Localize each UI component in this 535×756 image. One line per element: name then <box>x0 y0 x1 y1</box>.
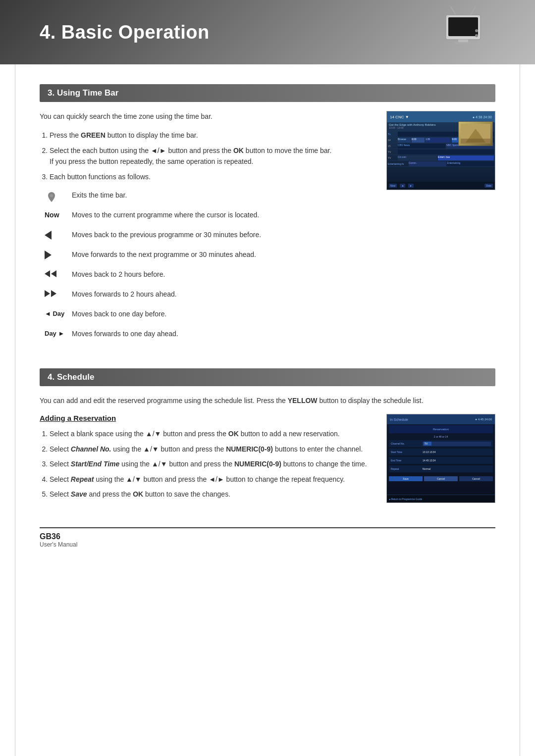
ss-grid-row-5: TV Cit com Entert. bas <box>387 155 495 161</box>
timebar-item-day-back: ◄ Day Moves back to one day before. <box>45 309 374 324</box>
ss-channel-subinfo: 13:00 - 13:00 <box>389 126 403 129</box>
day-fwd-description: Moves forwards to one day ahead. <box>72 329 374 339</box>
timebar-step-1: Press the GREEN button to display the ti… <box>50 130 374 141</box>
ss-schedule-footer: ● Return to Programme Guide <box>387 495 495 503</box>
double-right-triangle-1 <box>45 290 50 297</box>
now-description: Moves to the current programme where the… <box>72 210 374 220</box>
now-icon: Now <box>45 210 72 219</box>
ss-save-button: Save <box>389 476 423 481</box>
back-2h-icon <box>45 269 72 277</box>
schedule-steps-list: Select a blank space using the ▲/▼ butto… <box>50 428 374 500</box>
adding-reservation-title: Adding a Reservation <box>40 414 374 422</box>
svg-rect-12 <box>461 139 490 144</box>
svg-rect-3 <box>455 42 472 44</box>
ss-reservation-label: Reservation <box>433 428 449 431</box>
day-back-icon: ◄ Day <box>45 309 72 317</box>
timebar-step-2: Select the each button using the ◄/► but… <box>50 145 374 167</box>
timebar-steps-list: Press the GREEN button to display the ti… <box>50 130 374 182</box>
tv-icon <box>441 5 485 45</box>
ss-channel-no-value: TV <box>423 442 491 446</box>
page-footer: GB36 User's Manual <box>40 527 495 548</box>
ss-timebar-header: 14 CNC ▼ ● 4:38 24:00 <box>387 111 495 122</box>
schedule-left-col: Adding a Reservation Select a blank spac… <box>40 414 374 507</box>
ss-form-channel: Channel No. TV <box>389 440 493 447</box>
timebar-items-list: Exits the time bar. Now Moves to the cur… <box>45 190 374 344</box>
left-triangle-icon <box>45 231 52 240</box>
schedule-step-1: Select a blank space using the ▲/▼ butto… <box>50 428 374 439</box>
ss-form-start-time: Start Time 13:13 13:34 <box>389 449 493 455</box>
ss-btn-back: ◄ <box>400 184 405 188</box>
fwd-30-icon <box>45 250 72 259</box>
svg-text:TV: TV <box>425 442 428 445</box>
timebar-section-header: 3. Using Time Bar <box>40 84 495 102</box>
timebar-item-back-30: Moves back to the previous programme or … <box>45 230 374 245</box>
timebar-item-fwd-30: Move forwards to the next programme or 3… <box>45 250 374 264</box>
svg-line-5 <box>471 6 476 15</box>
ss-start-time-value: 13:13 13:34 <box>423 451 491 454</box>
left-margin-line <box>15 0 15 756</box>
timebar-step-3: Each button functions as follows. <box>50 171 374 182</box>
footer-label: GB36 <box>40 532 495 541</box>
schedule-intro: You can add and edit the reserved progra… <box>40 395 495 406</box>
section-schedule: 4. Schedule You can add and edit the res… <box>40 368 495 507</box>
svg-rect-2 <box>458 40 468 42</box>
timebar-item-day-fwd: Day ► Moves forwards to one day ahead. <box>45 329 374 344</box>
ss-form-repeat: Repeat Normal <box>389 465 493 472</box>
day-back-description: Moves back to one day before. <box>72 309 374 319</box>
timebar-item-back-2h: Moves back to 2 hours before. <box>45 269 374 284</box>
double-right-triangle-2 <box>51 290 56 297</box>
ss-end-time-value: 14:45 13:34 <box>423 459 491 462</box>
section-timebar: 3. Using Time Bar You can quickly search… <box>40 84 495 349</box>
ss-channel-text: 14 CNC ▼ <box>390 115 409 119</box>
back-2h-description: Moves back to 2 hours before. <box>72 269 374 280</box>
schedule-screenshot: In Schedule ● 4:45 24:00 Reservation 2 o… <box>386 414 495 503</box>
page-title: 4. Basic Operation <box>40 22 210 43</box>
fwd-30-description: Move forwards to the next programme or 3… <box>72 250 374 260</box>
timebar-left-col: You can quickly search the time zone usi… <box>40 111 374 349</box>
right-margin-line <box>520 0 520 756</box>
ss-channel-row: 2 or 48 or 14 <box>387 434 495 439</box>
right-triangle-icon <box>45 251 52 259</box>
timebar-screenshot-col: 14 CNC ▼ ● 4:38 24:00 Get the Edge with … <box>386 111 495 190</box>
timebar-header-text: 3. Using Time Bar <box>48 88 118 98</box>
double-left-triangle-2 <box>51 270 56 277</box>
ss-btn-now: Now <box>389 184 397 188</box>
svg-rect-1 <box>448 17 478 36</box>
schedule-header-text: 4. Schedule <box>48 372 94 382</box>
schedule-content: Adding a Reservation Select a blank spac… <box>40 414 495 507</box>
schedule-step-5: Select Save and press the OK button to s… <box>50 489 374 500</box>
timebar-content: You can quickly search the time zone usi… <box>40 111 495 349</box>
ss-schedule-inner: In Schedule ● 4:45 24:00 Reservation 2 o… <box>387 414 495 503</box>
ss-channel-no-label: Channel No. <box>391 442 421 445</box>
ss-action-buttons: Save Cancel Cancel <box>387 474 495 483</box>
timebar-screenshot: 14 CNC ▼ ● 4:38 24:00 Get the Edge with … <box>386 111 495 190</box>
timebar-intro: You can quickly search the time zone usi… <box>40 111 374 122</box>
ss-schedule-topbar: In Schedule ● 4:45 24:00 <box>387 414 495 424</box>
schedule-section-header: 4. Schedule <box>40 368 495 386</box>
timebar-item-fwd-2h: Moves forwards to 2 hours ahead. <box>45 289 374 304</box>
ss-timebar-inner: 14 CNC ▼ ● 4:38 24:00 Get the Edge with … <box>387 111 495 190</box>
ss-landscape-image <box>461 124 490 144</box>
svg-point-7 <box>475 34 478 37</box>
ss-schedule-time: ● 4:45 24:00 <box>475 418 492 421</box>
ss-repeat-value: Normal <box>423 467 491 470</box>
timebar-item-now: Now Moves to the current programme where… <box>45 210 374 225</box>
ss-end-time-label: End Time <box>391 459 421 462</box>
ss-timebar-bottom: Now ◄ ► Date <box>387 182 495 190</box>
day-fwd-icon: Day ► <box>45 329 72 337</box>
back-30-icon <box>45 230 72 240</box>
ss-channel-icon: TV <box>424 442 431 446</box>
exit-description: Exits the time bar. <box>72 190 374 201</box>
ss-btn-fwd: ► <box>408 184 414 188</box>
back-30-description: Moves back to the previous programme or … <box>72 230 374 240</box>
ss-form-end-time: End Time 14:45 13:34 <box>389 457 493 464</box>
schedule-step-4: Select Repeat using the ▲/▼ button and p… <box>50 474 374 485</box>
ss-schedule-subtitle: Reservation <box>389 425 493 433</box>
svg-point-8 <box>50 194 53 197</box>
double-left-triangle-1 <box>45 270 50 277</box>
schedule-screenshot-col: In Schedule ● 4:45 24:00 Reservation 2 o… <box>386 414 495 503</box>
exit-icon <box>45 190 72 205</box>
fwd-2h-icon <box>45 289 72 297</box>
timebar-item-exit: Exits the time bar. <box>45 190 374 205</box>
ss-btn-date: Date <box>484 184 493 188</box>
